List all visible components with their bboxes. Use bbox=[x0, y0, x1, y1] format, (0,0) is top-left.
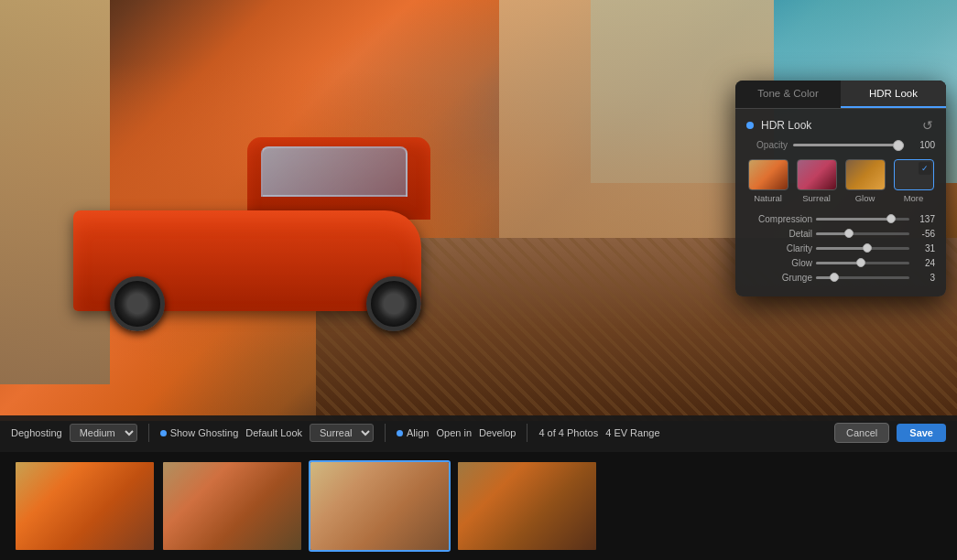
slider-track-detail[interactable] bbox=[816, 232, 909, 235]
divider-3 bbox=[527, 424, 527, 442]
slider-label-compression: Compression bbox=[746, 214, 812, 224]
film-thumb-3[interactable] bbox=[309, 460, 451, 552]
save-button[interactable]: Save bbox=[897, 424, 946, 442]
slider-label-glow: Glow bbox=[746, 258, 812, 268]
preset-surreal[interactable]: Surreal bbox=[795, 159, 838, 203]
panel-section-title: HDR Look bbox=[761, 119, 920, 132]
slider-row-grunge: Grunge 3 bbox=[746, 273, 935, 283]
preset-more-check: ✓ bbox=[919, 162, 931, 175]
slider-thumb-detail[interactable] bbox=[844, 229, 854, 238]
slider-label-detail: Detail bbox=[746, 229, 812, 239]
slider-fill-compression bbox=[816, 218, 891, 221]
deghosting-label: Deghosting bbox=[11, 427, 62, 438]
film-thumb-img-1 bbox=[16, 462, 154, 550]
filmstrip bbox=[0, 452, 957, 560]
cancel-button[interactable]: Cancel bbox=[834, 423, 889, 443]
preset-label-more: More bbox=[904, 193, 924, 203]
slider-thumb-grunge[interactable] bbox=[830, 273, 839, 282]
preset-label-glow: Glow bbox=[855, 193, 875, 203]
slider-value-glow: 24 bbox=[913, 258, 935, 268]
film-thumb-2[interactable] bbox=[161, 460, 303, 552]
film-thumb-img-4 bbox=[458, 462, 596, 550]
default-look-label: Default Look bbox=[245, 427, 302, 438]
truck-window bbox=[261, 146, 408, 197]
slider-label-clarity: Clarity bbox=[746, 243, 812, 253]
slider-track-glow[interactable] bbox=[816, 262, 909, 264]
slider-fill-glow bbox=[816, 262, 861, 264]
divider-2 bbox=[385, 424, 386, 442]
slider-fill-clarity bbox=[816, 247, 867, 250]
sliders-container: Compression 137 Detail -56 Clarity bbox=[746, 214, 935, 283]
slider-row-detail: Detail -56 bbox=[746, 229, 935, 239]
opacity-slider[interactable] bbox=[793, 144, 904, 146]
opacity-label: Opacity bbox=[746, 140, 788, 150]
slider-thumb-glow[interactable] bbox=[856, 258, 865, 267]
preset-thumb-surreal bbox=[797, 159, 837, 190]
develop-item: Develop bbox=[479, 427, 516, 438]
truck-wheel-rear bbox=[110, 276, 165, 331]
hdr-panel: Tone & Color HDR Look HDR Look ↺ Opacity… bbox=[735, 81, 946, 296]
panel-section-header: HDR Look ↺ bbox=[746, 118, 935, 133]
bottom-toolbar: Deghosting Medium Low High None Show Gho… bbox=[0, 415, 957, 450]
preset-label-natural: Natural bbox=[754, 193, 782, 203]
slider-value-grunge: 3 bbox=[913, 273, 935, 283]
photo-count: 4 of 4 Photos bbox=[538, 427, 598, 438]
slider-track-compression[interactable] bbox=[816, 218, 909, 221]
slider-value-clarity: 31 bbox=[913, 243, 935, 253]
slider-track-grunge[interactable] bbox=[816, 276, 909, 279]
slider-thumb-clarity[interactable] bbox=[863, 243, 872, 253]
look-select[interactable]: Surreal Natural Glow bbox=[310, 424, 374, 442]
tab-hdr-look[interactable]: HDR Look bbox=[841, 81, 946, 108]
truck bbox=[73, 137, 458, 339]
panel-body: HDR Look ↺ Opacity 100 Natural Surreal G… bbox=[735, 109, 946, 296]
preset-more[interactable]: ✓ More bbox=[892, 159, 935, 203]
opacity-value: 100 bbox=[909, 140, 935, 150]
deghosting-select[interactable]: Medium Low High None bbox=[70, 424, 137, 442]
hdr-active-dot bbox=[746, 122, 754, 129]
film-thumb-1[interactable] bbox=[14, 460, 156, 552]
preset-glow[interactable]: Glow bbox=[843, 159, 886, 203]
preset-label-surreal: Surreal bbox=[802, 193, 831, 203]
align-item: Align bbox=[397, 427, 429, 438]
slider-value-detail: -56 bbox=[913, 229, 935, 239]
slider-label-grunge: Grunge bbox=[746, 273, 812, 283]
film-thumb-img-2 bbox=[163, 462, 301, 550]
slider-thumb-compression[interactable] bbox=[886, 214, 896, 223]
reset-button[interactable]: ↺ bbox=[920, 118, 935, 133]
truck-cab bbox=[247, 137, 430, 220]
tab-tone-color[interactable]: Tone & Color bbox=[735, 81, 841, 108]
opacity-row: Opacity 100 bbox=[746, 140, 935, 150]
slider-track-clarity[interactable] bbox=[816, 247, 909, 250]
slider-row-compression: Compression 137 bbox=[746, 214, 935, 224]
preset-natural[interactable]: Natural bbox=[746, 159, 789, 203]
ghosting-dot bbox=[160, 430, 167, 436]
show-ghosting: Show Ghosting bbox=[160, 427, 239, 438]
preset-thumb-more: ✓ bbox=[894, 159, 934, 190]
preset-thumb-glow bbox=[845, 159, 886, 190]
preset-thumb-natural bbox=[748, 159, 788, 190]
slider-value-compression: 137 bbox=[913, 214, 935, 224]
film-thumb-4[interactable] bbox=[456, 460, 598, 552]
slider-row-clarity: Clarity 31 bbox=[746, 243, 935, 253]
open-in-item: Open in bbox=[437, 427, 473, 438]
ev-range: 4 EV Range bbox=[605, 427, 659, 438]
panel-tabs: Tone & Color HDR Look bbox=[735, 81, 946, 109]
divider-1 bbox=[148, 424, 149, 442]
align-dot bbox=[397, 430, 403, 436]
slider-row-glow: Glow 24 bbox=[746, 258, 935, 268]
truck-wheel-front bbox=[366, 276, 421, 331]
film-thumb-img-3 bbox=[310, 462, 449, 550]
presets-row: Natural Surreal Glow ✓ More bbox=[746, 159, 935, 203]
